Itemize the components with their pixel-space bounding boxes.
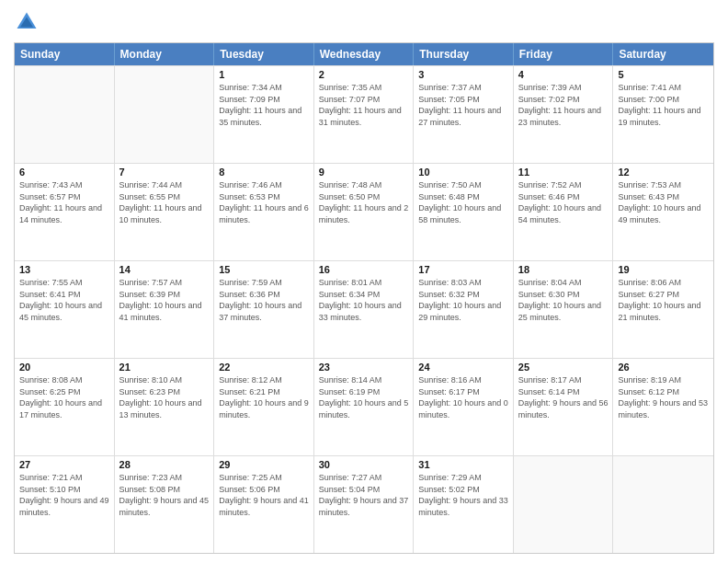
cal-cell-1-2: 8Sunrise: 7:46 AM Sunset: 6:53 PM Daylig… (214, 164, 314, 260)
cal-cell-4-3: 30Sunrise: 7:27 AM Sunset: 5:04 PM Dayli… (314, 456, 415, 553)
col-wednesday: Wednesday (314, 43, 415, 65)
cal-cell-2-6: 19Sunrise: 8:06 AM Sunset: 6:27 PM Dayli… (613, 261, 713, 358)
day-number: 26 (618, 362, 709, 373)
day-number: 8 (219, 167, 309, 178)
cal-cell-1-4: 10Sunrise: 7:50 AM Sunset: 6:48 PM Dayli… (414, 164, 514, 260)
cal-cell-0-0 (15, 66, 115, 163)
sun-info: Sunrise: 7:27 AM Sunset: 5:04 PM Dayligh… (319, 472, 409, 518)
sun-info: Sunrise: 8:14 AM Sunset: 6:19 PM Dayligh… (319, 374, 409, 420)
cal-cell-3-2: 22Sunrise: 8:12 AM Sunset: 6:21 PM Dayli… (214, 359, 314, 455)
cal-cell-3-1: 21Sunrise: 8:10 AM Sunset: 6:23 PM Dayli… (115, 359, 215, 455)
week-row-2: 6Sunrise: 7:43 AM Sunset: 6:57 PM Daylig… (15, 163, 713, 260)
cal-cell-2-3: 16Sunrise: 8:01 AM Sunset: 6:34 PM Dayli… (314, 261, 415, 358)
cal-cell-1-5: 11Sunrise: 7:52 AM Sunset: 6:46 PM Dayli… (514, 164, 614, 260)
sun-info: Sunrise: 8:03 AM Sunset: 6:32 PM Dayligh… (418, 277, 508, 323)
cal-cell-0-6: 5Sunrise: 7:41 AM Sunset: 7:00 PM Daylig… (613, 66, 713, 163)
sun-info: Sunrise: 7:50 AM Sunset: 6:48 PM Dayligh… (418, 179, 508, 225)
sun-info: Sunrise: 7:29 AM Sunset: 5:02 PM Dayligh… (418, 472, 508, 518)
cal-cell-1-3: 9Sunrise: 7:48 AM Sunset: 6:50 PM Daylig… (314, 164, 415, 260)
cal-cell-1-0: 6Sunrise: 7:43 AM Sunset: 6:57 PM Daylig… (15, 164, 115, 260)
sun-info: Sunrise: 7:34 AM Sunset: 7:09 PM Dayligh… (219, 82, 309, 128)
week-row-1: 1Sunrise: 7:34 AM Sunset: 7:09 PM Daylig… (15, 65, 713, 163)
col-sunday: Sunday (15, 43, 115, 65)
cal-cell-3-3: 23Sunrise: 8:14 AM Sunset: 6:19 PM Dayli… (314, 359, 415, 455)
col-monday: Monday (115, 43, 215, 65)
cal-cell-3-0: 20Sunrise: 8:08 AM Sunset: 6:25 PM Dayli… (15, 359, 115, 455)
col-tuesday: Tuesday (214, 43, 314, 65)
sun-info: Sunrise: 8:10 AM Sunset: 6:23 PM Dayligh… (119, 374, 210, 420)
day-number: 16 (319, 264, 409, 275)
sun-info: Sunrise: 7:21 AM Sunset: 5:10 PM Dayligh… (19, 472, 109, 518)
day-number: 10 (418, 167, 508, 178)
sun-info: Sunrise: 7:41 AM Sunset: 7:00 PM Dayligh… (618, 82, 709, 128)
day-number: 25 (518, 362, 609, 373)
sun-info: Sunrise: 7:52 AM Sunset: 6:46 PM Dayligh… (518, 179, 609, 225)
calendar-body: 1Sunrise: 7:34 AM Sunset: 7:09 PM Daylig… (15, 65, 713, 553)
page: Sunday Monday Tuesday Wednesday Thursday… (0, 0, 728, 563)
day-number: 17 (418, 264, 508, 275)
day-number: 13 (19, 264, 109, 275)
day-number: 6 (19, 167, 109, 178)
sun-info: Sunrise: 8:17 AM Sunset: 6:14 PM Dayligh… (518, 374, 609, 420)
sun-info: Sunrise: 8:06 AM Sunset: 6:27 PM Dayligh… (618, 277, 709, 323)
col-friday: Friday (514, 43, 614, 65)
cal-cell-0-5: 4Sunrise: 7:39 AM Sunset: 7:02 PM Daylig… (514, 66, 614, 163)
cal-cell-1-6: 12Sunrise: 7:53 AM Sunset: 6:43 PM Dayli… (613, 164, 713, 260)
cal-cell-2-5: 18Sunrise: 8:04 AM Sunset: 6:30 PM Dayli… (514, 261, 614, 358)
cal-cell-0-3: 2Sunrise: 7:35 AM Sunset: 7:07 PM Daylig… (314, 66, 415, 163)
cal-cell-3-6: 26Sunrise: 8:19 AM Sunset: 6:12 PM Dayli… (613, 359, 713, 455)
day-number: 18 (518, 264, 609, 275)
cal-cell-4-5 (514, 456, 614, 553)
sun-info: Sunrise: 7:23 AM Sunset: 5:08 PM Dayligh… (119, 472, 210, 518)
logo-icon (14, 9, 40, 35)
sun-info: Sunrise: 7:37 AM Sunset: 7:05 PM Dayligh… (418, 82, 508, 128)
week-row-5: 27Sunrise: 7:21 AM Sunset: 5:10 PM Dayli… (15, 455, 713, 553)
sun-info: Sunrise: 8:01 AM Sunset: 6:34 PM Dayligh… (319, 277, 409, 323)
sun-info: Sunrise: 7:43 AM Sunset: 6:57 PM Dayligh… (19, 179, 109, 225)
sun-info: Sunrise: 8:19 AM Sunset: 6:12 PM Dayligh… (618, 374, 709, 420)
cal-cell-2-0: 13Sunrise: 7:55 AM Sunset: 6:41 PM Dayli… (15, 261, 115, 358)
week-row-3: 13Sunrise: 7:55 AM Sunset: 6:41 PM Dayli… (15, 260, 713, 358)
day-number: 4 (518, 69, 609, 80)
calendar: Sunday Monday Tuesday Wednesday Thursday… (14, 42, 714, 554)
sun-info: Sunrise: 7:53 AM Sunset: 6:43 PM Dayligh… (618, 179, 709, 225)
day-number: 7 (119, 167, 210, 178)
cal-cell-0-2: 1Sunrise: 7:34 AM Sunset: 7:09 PM Daylig… (214, 66, 314, 163)
day-number: 1 (219, 69, 309, 80)
cal-cell-3-5: 25Sunrise: 8:17 AM Sunset: 6:14 PM Dayli… (514, 359, 614, 455)
sun-info: Sunrise: 8:16 AM Sunset: 6:17 PM Dayligh… (418, 374, 508, 420)
sun-info: Sunrise: 7:48 AM Sunset: 6:50 PM Dayligh… (319, 179, 409, 225)
sun-info: Sunrise: 7:46 AM Sunset: 6:53 PM Dayligh… (219, 179, 309, 225)
sun-info: Sunrise: 7:57 AM Sunset: 6:39 PM Dayligh… (119, 277, 210, 323)
sun-info: Sunrise: 7:39 AM Sunset: 7:02 PM Dayligh… (518, 82, 609, 128)
day-number: 19 (618, 264, 709, 275)
sun-info: Sunrise: 7:25 AM Sunset: 5:06 PM Dayligh… (219, 472, 309, 518)
cal-cell-4-2: 29Sunrise: 7:25 AM Sunset: 5:06 PM Dayli… (214, 456, 314, 553)
week-row-4: 20Sunrise: 8:08 AM Sunset: 6:25 PM Dayli… (15, 358, 713, 455)
cal-cell-2-4: 17Sunrise: 8:03 AM Sunset: 6:32 PM Dayli… (414, 261, 514, 358)
sun-info: Sunrise: 7:44 AM Sunset: 6:55 PM Dayligh… (119, 179, 210, 225)
day-number: 27 (19, 459, 109, 470)
sun-info: Sunrise: 7:55 AM Sunset: 6:41 PM Dayligh… (19, 277, 109, 323)
day-number: 31 (418, 459, 508, 470)
day-number: 24 (418, 362, 508, 373)
logo (14, 9, 43, 35)
sun-info: Sunrise: 8:08 AM Sunset: 6:25 PM Dayligh… (19, 374, 109, 420)
sun-info: Sunrise: 7:59 AM Sunset: 6:36 PM Dayligh… (219, 277, 309, 323)
day-number: 30 (319, 459, 409, 470)
day-number: 11 (518, 167, 609, 178)
cal-cell-1-1: 7Sunrise: 7:44 AM Sunset: 6:55 PM Daylig… (115, 164, 215, 260)
calendar-header-row: Sunday Monday Tuesday Wednesday Thursday… (15, 43, 713, 65)
cal-cell-4-4: 31Sunrise: 7:29 AM Sunset: 5:02 PM Dayli… (414, 456, 514, 553)
day-number: 5 (618, 69, 709, 80)
day-number: 2 (319, 69, 409, 80)
day-number: 21 (119, 362, 210, 373)
cal-cell-4-0: 27Sunrise: 7:21 AM Sunset: 5:10 PM Dayli… (15, 456, 115, 553)
header (14, 9, 714, 35)
day-number: 9 (319, 167, 409, 178)
cal-cell-3-4: 24Sunrise: 8:16 AM Sunset: 6:17 PM Dayli… (414, 359, 514, 455)
sun-info: Sunrise: 7:35 AM Sunset: 7:07 PM Dayligh… (319, 82, 409, 128)
day-number: 23 (319, 362, 409, 373)
day-number: 12 (618, 167, 709, 178)
sun-info: Sunrise: 8:12 AM Sunset: 6:21 PM Dayligh… (219, 374, 309, 420)
